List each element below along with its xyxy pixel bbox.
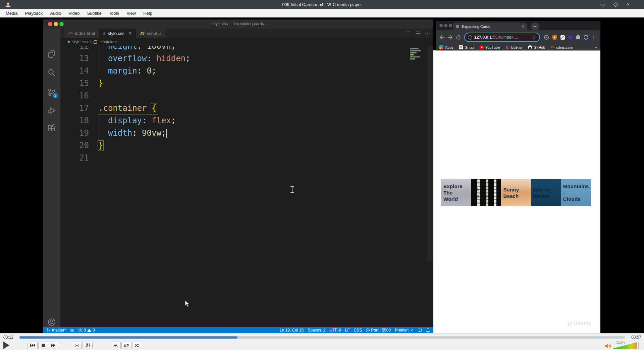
equalizer-button[interactable] <box>83 342 93 349</box>
minimize-icon[interactable] <box>600 2 605 7</box>
loop-button[interactable] <box>121 342 131 349</box>
browser-menu-icon[interactable]: ⋮ <box>591 35 596 40</box>
shuffle-button[interactable] <box>132 342 142 349</box>
tab-close-icon[interactable]: × <box>522 24 524 29</box>
fullscreen-button[interactable] <box>72 342 82 349</box>
editor-scrollbar[interactable] <box>427 46 433 261</box>
bookmark-youtube[interactable]: YouTube <box>480 45 500 49</box>
volume-control[interactable]: 115% <box>574 340 641 350</box>
breadcrumb-file[interactable]: style.css <box>72 40 88 44</box>
preview-item[interactable] <box>70 329 74 332</box>
browser-tab[interactable]: Expanding Cards × <box>453 23 527 30</box>
url-text[interactable]: 127.0.0.1:5500/index.... <box>474 35 530 40</box>
mac-minimize-icon[interactable] <box>444 24 447 27</box>
code-line-17[interactable]: 17.container { <box>60 102 433 115</box>
menu-video[interactable]: Video <box>65 11 83 16</box>
minimap[interactable] <box>409 48 427 61</box>
card-mountains-clouds[interactable]: Mountains - Clouds <box>561 179 591 206</box>
status-utf-8[interactable]: UTF-8 <box>330 328 341 333</box>
back-button[interactable] <box>439 34 445 41</box>
code-line-19[interactable]: 19 width: 90vw; <box>60 127 433 139</box>
status-lf[interactable]: LF <box>345 328 350 333</box>
warnings-icon <box>87 329 91 332</box>
card-city-on-winter[interactable]: City on Winter <box>531 179 561 206</box>
mac-zoom-icon[interactable] <box>449 24 452 27</box>
port-item[interactable]: Port : 5500 <box>366 328 391 333</box>
feedback-item[interactable] <box>418 328 422 333</box>
bookmark-udemy[interactable]: uUdemy <box>505 45 523 49</box>
code-line-20[interactable]: 20} <box>60 139 433 152</box>
site-info-icon[interactable]: i <box>468 35 472 40</box>
status-ln-19-col-15[interactable]: Ln 19, Col 15 <box>280 328 304 333</box>
run-debug-icon[interactable] <box>47 106 56 115</box>
prettier-item[interactable]: Prettier: ✓ <box>395 328 414 333</box>
maximize-icon[interactable] <box>613 2 618 7</box>
bookmark-github[interactable]: GitHub <box>528 45 545 49</box>
blue-circle-extension-icon[interactable] <box>584 35 588 40</box>
extensions-icon[interactable] <box>47 124 56 133</box>
previous-button[interactable] <box>28 342 38 349</box>
reload-button[interactable] <box>455 34 462 41</box>
bookmark-star-icon[interactable]: ☆ <box>532 35 536 40</box>
screen-recorder-extension-icon[interactable] <box>544 35 549 40</box>
forward-button[interactable] <box>447 34 453 41</box>
menu-tools[interactable]: Tools <box>105 11 123 16</box>
volume-percent: 115% <box>616 340 625 344</box>
card-wild-forest[interactable]: Wild Forest <box>471 179 501 206</box>
line-number: 21 <box>60 152 89 164</box>
breadcrumb-symbol[interactable]: .container <box>99 40 117 44</box>
video-display[interactable]: style.css — expanding-cards <>index.html… <box>0 17 644 333</box>
bookmarks-overflow-icon[interactable]: » <box>595 45 597 50</box>
bookmark-apps[interactable]: Apps <box>439 45 453 49</box>
playlist-button[interactable] <box>111 342 121 349</box>
purple-extension-icon[interactable] <box>568 35 573 40</box>
seek-bar[interactable] <box>19 336 625 339</box>
code-line-14[interactable]: 14 margin: 0; <box>60 65 433 77</box>
explorer-icon[interactable] <box>47 49 56 59</box>
git-branch-item[interactable]: master* <box>46 328 66 333</box>
notifications-item[interactable] <box>426 328 430 333</box>
next-button[interactable] <box>49 342 59 349</box>
menu-media[interactable]: Media <box>2 11 21 16</box>
card-sunny-beach[interactable]: Sunny Beach <box>501 179 531 206</box>
menu-help[interactable]: Help <box>140 11 156 16</box>
editor-extension-icon[interactable] <box>560 35 565 40</box>
mac-close-icon[interactable] <box>439 24 443 27</box>
card-title: City on Winter <box>531 186 551 199</box>
menu-audio[interactable]: Audio <box>46 11 65 16</box>
puzzle-extension-icon[interactable] <box>576 36 580 39</box>
watermark-text: Udemy <box>573 320 591 326</box>
code-line-18[interactable]: 18 display: flex; <box>60 115 433 127</box>
code-line-16[interactable]: 16 <box>60 90 433 102</box>
bookmark-cdnjs-com[interactable]: <>cdnjs.com <box>550 45 573 49</box>
stop-button[interactable] <box>38 342 48 349</box>
menu-subtitle[interactable]: Subtitle <box>83 11 105 16</box>
card-title: Mountains - Clouds <box>561 183 591 202</box>
code-line-21[interactable]: 21 <box>60 152 433 164</box>
expanding-cards-panel: Explore The WorldWild ForestSunny BeachC… <box>441 179 591 206</box>
close-icon[interactable]: × <box>626 2 631 7</box>
text-ibeam-cursor <box>290 186 294 193</box>
new-tab-button[interactable]: + <box>531 23 539 30</box>
card-explore-the-world[interactable]: Explore The World <box>441 179 471 206</box>
code-line-15[interactable]: 15} <box>60 77 433 90</box>
breadcrumb[interactable]: # style.css › .container <box>60 38 433 46</box>
play-button[interactable] <box>3 341 15 350</box>
status-spaces-2[interactable]: Spaces: 2 <box>308 328 325 333</box>
source-control-icon[interactable]: 3 <box>47 88 56 97</box>
account-icon[interactable] <box>47 317 56 327</box>
code-line-13[interactable]: 13 overflow: hidden; <box>60 52 433 65</box>
bookmark-label: cdnjs.com <box>556 45 573 49</box>
problems-item[interactable]: 0 0 <box>78 328 95 333</box>
volume-slider-handle[interactable] <box>637 342 639 349</box>
orange-extension-icon[interactable] <box>552 35 557 40</box>
code-editor[interactable]: 12 height: 100vh;13 overflow: hidden;14 … <box>60 19 433 327</box>
url-bar[interactable]: i 127.0.0.1:5500/index.... ☆ <box>464 33 540 42</box>
vlc-titlebar: 006 Initial Cards.mp4 - VLC media player… <box>0 0 644 9</box>
status-css[interactable]: CSS <box>354 328 362 333</box>
speaker-icon <box>605 343 611 349</box>
menu-playback[interactable]: Playback <box>21 11 46 16</box>
search-icon[interactable] <box>47 68 56 78</box>
menu-view[interactable]: View <box>123 11 140 16</box>
bookmark-gmail[interactable]: MGmail <box>459 45 474 49</box>
